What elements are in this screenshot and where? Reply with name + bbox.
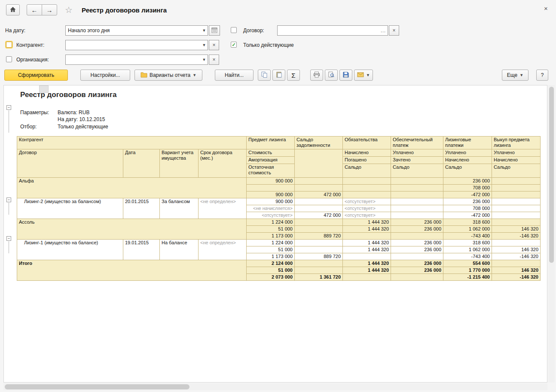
calendar-button[interactable] <box>209 25 220 36</box>
favorite-star-icon[interactable]: ☆ <box>65 5 73 15</box>
contract-term: <не определен> <box>199 240 247 260</box>
report-title: Реестр договоров лизинга <box>20 91 116 99</box>
home-button[interactable] <box>6 4 20 15</box>
active-only-checkbox[interactable]: ✓ <box>231 42 237 48</box>
value-cell: 1 173 000 <box>247 233 295 240</box>
preview-magnifier-icon <box>328 71 335 79</box>
contract-input[interactable]: ... <box>277 25 388 36</box>
col-header-counterparty: Контрагент <box>17 137 247 149</box>
vertical-scrollbar-thumb[interactable] <box>549 87 554 263</box>
col-header-subject: Предмет лизинга <box>247 137 295 149</box>
value-cell: <отсутствует> <box>343 205 391 212</box>
contract-clear-button[interactable]: × <box>389 25 399 36</box>
back-button[interactable]: ← <box>27 4 42 15</box>
active-only-label: Только действующие <box>243 42 294 48</box>
value-cell <box>492 185 541 191</box>
value-cell: 554 600 <box>443 260 492 267</box>
send-mail-button[interactable]: ▼ <box>354 70 373 81</box>
calendar-icon <box>211 27 218 35</box>
header-row: Контрагент Предмет лизинга Сальдо задолж… <box>17 137 541 149</box>
ellipsis-icon[interactable]: ... <box>379 28 388 33</box>
organization-checkbox[interactable] <box>6 56 12 62</box>
save-button[interactable] <box>339 70 352 81</box>
value-cell: 1 224 000 <box>247 240 295 246</box>
contract-name: Лизинг-1 (имущество на балансе) <box>17 240 123 260</box>
printer-icon <box>313 71 320 79</box>
value-cell: -146 320 <box>492 233 541 240</box>
value-cell: 236 000 <box>391 226 443 233</box>
collapse-group-assol-button[interactable]: − <box>6 236 11 241</box>
horizontal-scrollbar-thumb[interactable] <box>5 384 189 389</box>
generate-button[interactable]: Сформировать <box>4 70 68 81</box>
chevron-down-icon[interactable]: ▼ <box>201 28 208 33</box>
value-cell: <отсутствует> <box>247 212 295 219</box>
value-cell <box>343 185 391 191</box>
accounting-variant: За балансом <box>160 198 199 219</box>
floppy-disk-icon <box>342 71 349 79</box>
sub-header: Сальдо <box>391 164 443 178</box>
value-cell: 1 224 000 <box>247 219 295 226</box>
sum-button[interactable]: Σ <box>287 70 300 81</box>
print-button[interactable] <box>310 70 323 81</box>
param-date: На дату: 10.12.2015 <box>58 116 105 122</box>
vertical-scrollbar[interactable] <box>548 85 555 383</box>
value-cell <box>295 205 343 212</box>
value-cell <box>492 219 541 226</box>
close-icon[interactable]: × <box>544 5 548 12</box>
collapse-group-alpha-button[interactable]: − <box>6 198 11 202</box>
tree-connector <box>9 241 9 253</box>
value-cell: 1 444 320 <box>343 246 391 253</box>
clear-icon: × <box>212 42 215 48</box>
report-variants-button[interactable]: Варианты отчета ▼ <box>134 70 202 81</box>
value-cell: 472 000 <box>295 191 343 198</box>
table-row: Лизинг-1 (имущество на балансе)19.01.201… <box>17 240 541 246</box>
help-button[interactable]: ? <box>536 70 548 81</box>
params-label: Параметры: <box>20 109 49 115</box>
counterparty-combobox[interactable]: ▼ <box>65 40 208 50</box>
counterparty-label: Контрагент: <box>16 42 44 48</box>
page-title: Реестр договоров лизинга <box>82 6 167 14</box>
filter-label: Отбор: <box>20 124 37 130</box>
organization-combobox[interactable]: ▼ <box>65 55 208 65</box>
value-cell: 1 062 000 <box>443 226 492 233</box>
chevron-down-icon[interactable]: ▼ <box>201 58 208 62</box>
paste-icon <box>275 71 282 79</box>
settings-button[interactable]: Настройки... <box>80 70 130 81</box>
date-combobox[interactable]: Начало этого дня ▼ <box>65 25 208 36</box>
find-button[interactable]: Найти... <box>215 70 254 81</box>
organization-clear-button[interactable]: × <box>209 55 219 65</box>
value-cell: 2 073 000 <box>247 274 295 281</box>
tree-connector <box>9 110 9 133</box>
value-cell: 472 000 <box>295 212 343 219</box>
forward-button[interactable]: → <box>42 4 57 15</box>
counterparty-checkbox[interactable] <box>6 42 12 48</box>
horizontal-scrollbar[interactable] <box>3 383 547 390</box>
header-row: Договор Дата Вариант учета имущества Сро… <box>17 149 541 157</box>
app-window: ← → ☆ Реестр договоров лизинга × На дату… <box>0 0 556 392</box>
collapse-report-button[interactable]: − <box>6 105 11 110</box>
group-name: Ассоль <box>17 219 247 240</box>
copy-button[interactable] <box>258 70 271 81</box>
value-cell <box>295 260 343 267</box>
value-cell <box>343 191 391 198</box>
sub-header: Уплачено <box>492 149 541 157</box>
paste-icon-button[interactable] <box>272 70 285 81</box>
back-arrow-icon: ← <box>31 6 38 14</box>
group-name: Альфа <box>17 178 247 198</box>
value-cell: 1 062 000 <box>443 246 492 253</box>
col-header-contract: Договор <box>17 149 123 178</box>
contract-checkbox[interactable] <box>231 27 237 33</box>
value-cell: 236 000 <box>391 240 443 246</box>
col-header-security-payment: Обеспечительный платеж <box>391 137 443 149</box>
chevron-down-icon[interactable]: ▼ <box>201 43 208 47</box>
more-button[interactable]: Еще ▼ <box>502 70 529 81</box>
value-cell <box>295 185 343 191</box>
counterparty-clear-button[interactable]: × <box>209 40 219 50</box>
value-cell <box>295 198 343 205</box>
value-cell: 1 444 320 <box>343 226 391 233</box>
accounting-variant: На балансе <box>160 240 199 260</box>
value-cell: 146 320 <box>492 226 541 233</box>
preview-button[interactable] <box>325 70 338 81</box>
value-cell: 1 444 320 <box>343 240 391 246</box>
value-cell: 1 361 720 <box>295 274 343 281</box>
